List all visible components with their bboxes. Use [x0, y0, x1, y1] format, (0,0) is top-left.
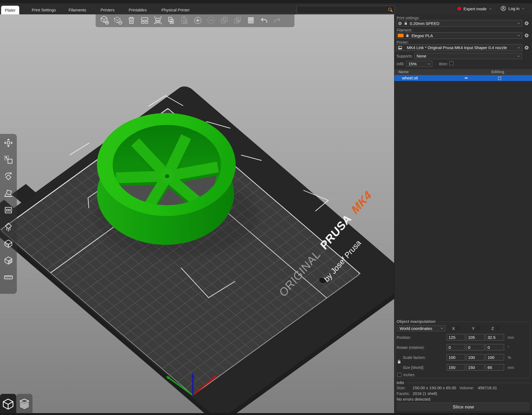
filament-label: Filament: [397, 28, 412, 32]
add-object-button[interactable] [100, 15, 110, 25]
measure-tool-button[interactable] [3, 272, 14, 282]
inches-label: Inches [403, 373, 414, 377]
person-icon [500, 5, 507, 12]
copy-button[interactable] [166, 15, 176, 25]
chevron-down-icon [517, 54, 520, 58]
undo-button[interactable] [259, 15, 269, 25]
column-name: Name [398, 70, 409, 74]
filament-color-swatch [397, 33, 404, 38]
arrange-button[interactable] [140, 15, 150, 25]
inches-checkbox[interactable] [397, 373, 401, 377]
position-label: Position: [397, 335, 411, 340]
place-on-face-tool-button[interactable] [3, 188, 14, 198]
object-row-wheel[interactable]: wheel.stl [394, 75, 532, 81]
printer-label: Printer: [397, 40, 409, 44]
size-y-field[interactable] [466, 364, 485, 371]
lock-icon [405, 33, 410, 38]
size-z-field[interactable] [486, 364, 504, 371]
size-label: Size [World]: [403, 365, 424, 370]
delete-button[interactable] [113, 15, 123, 25]
search-icon[interactable] [387, 7, 393, 13]
filament-select[interactable]: Elegoo PLA [396, 32, 522, 39]
split-to-parts-button[interactable] [233, 15, 242, 25]
chevron-down-icon [427, 62, 431, 66]
login-button[interactable]: Log in [500, 5, 525, 12]
search-input[interactable] [297, 8, 387, 12]
seam-painting-tool-button[interactable] [3, 239, 14, 249]
edit-filament-button[interactable] [524, 33, 529, 38]
position-unit: mm [508, 335, 514, 340]
editor-view-button[interactable] [0, 394, 16, 414]
tab-plater[interactable]: Plater [1, 6, 19, 14]
delete-all-button[interactable] [126, 15, 136, 25]
remove-instance-button[interactable] [206, 15, 216, 25]
search-box[interactable] [297, 6, 395, 14]
printer-select[interactable]: MK4 Link * Original Prusa MK4 Input Shap… [396, 44, 522, 51]
variable-layer-height-button[interactable] [246, 15, 256, 25]
scale-unit: % [508, 355, 511, 360]
brim-label: Brim: [439, 62, 448, 66]
infill-label: Infill: [397, 62, 404, 66]
chevron-down-icon [440, 326, 444, 330]
cut-tool-button[interactable] [3, 205, 14, 215]
position-z-field[interactable] [486, 334, 504, 340]
coordinates-value: World coordinates [400, 326, 439, 331]
gizmo-toolbar [0, 134, 17, 294]
supports-select[interactable]: None [414, 53, 522, 59]
print-settings-select[interactable]: 0.20mm SPEED [396, 20, 522, 27]
scale-tool-button[interactable] [3, 155, 14, 165]
mode-selector[interactable]: Expert mode [457, 5, 492, 12]
cube-view-icon [1, 397, 15, 411]
model-wheel[interactable] [97, 113, 236, 245]
move-tool-button[interactable] [3, 138, 14, 148]
column-editing: Editing [491, 70, 504, 74]
scale-y-field[interactable] [466, 354, 485, 361]
rotate-x-field[interactable] [447, 344, 465, 350]
eye-icon[interactable] [463, 75, 469, 81]
object-list-header: Name Editing [394, 69, 532, 75]
window-bottom-edge [0, 413, 532, 415]
preview-view-button[interactable] [16, 394, 33, 414]
edit-printer-button[interactable] [524, 45, 529, 50]
arrange-selection-button[interactable] [153, 15, 163, 25]
slice-now-button[interactable]: Slice now [397, 403, 530, 411]
chevron-down-icon [517, 46, 521, 50]
chevron-down-icon [517, 34, 521, 37]
split-to-objects-button[interactable] [219, 15, 229, 25]
paint-supports-tool-button[interactable] [3, 222, 14, 232]
multimaterial-painting-tool-button[interactable] [3, 255, 14, 266]
filament-value: Elegoo PLA [411, 33, 516, 38]
expert-mode-icon [457, 7, 461, 11]
infill-value: 15% [408, 62, 426, 66]
rotate-tool-button[interactable] [3, 171, 14, 182]
scale-x-field[interactable] [447, 354, 465, 361]
y-axis-icon [476, 326, 480, 330]
rotate-y-field[interactable] [466, 344, 485, 350]
edit-print-settings-button[interactable] [524, 21, 529, 26]
expert-mode-label: Expert mode [463, 7, 486, 11]
z-axis-icon [496, 326, 499, 330]
info-divider [407, 383, 531, 383]
edit-object-icon[interactable] [497, 75, 502, 81]
uniform-scale-lock-icon[interactable] [397, 359, 402, 364]
object-manipulation-title: Object manipulation [397, 319, 437, 324]
size-info-label: Size: [397, 385, 406, 390]
paste-button[interactable] [180, 15, 189, 25]
tab-filaments[interactable]: Filaments [65, 5, 90, 14]
tab-print-settings[interactable]: Print Settings [28, 5, 60, 14]
coordinates-select[interactable]: World coordinates [397, 325, 445, 331]
brim-checkbox[interactable] [449, 61, 453, 65]
scale-z-field[interactable] [486, 354, 504, 361]
redo-button[interactable] [273, 15, 282, 25]
size-x-field[interactable] [447, 364, 465, 371]
lock-icon [404, 21, 408, 25]
position-y-field[interactable] [466, 334, 485, 340]
login-label: Log in [508, 6, 520, 11]
scale-label: Scale factors: [403, 355, 426, 360]
rotate-z-field[interactable] [486, 344, 504, 350]
viewport-3d[interactable]: ORIGINAL PRUSA MK4 by Josef Prusa [0, 14, 394, 415]
infill-select[interactable]: 15% [406, 61, 432, 67]
supports-value: None [417, 54, 515, 58]
add-instance-button[interactable] [193, 15, 203, 25]
position-x-field[interactable] [447, 334, 465, 340]
